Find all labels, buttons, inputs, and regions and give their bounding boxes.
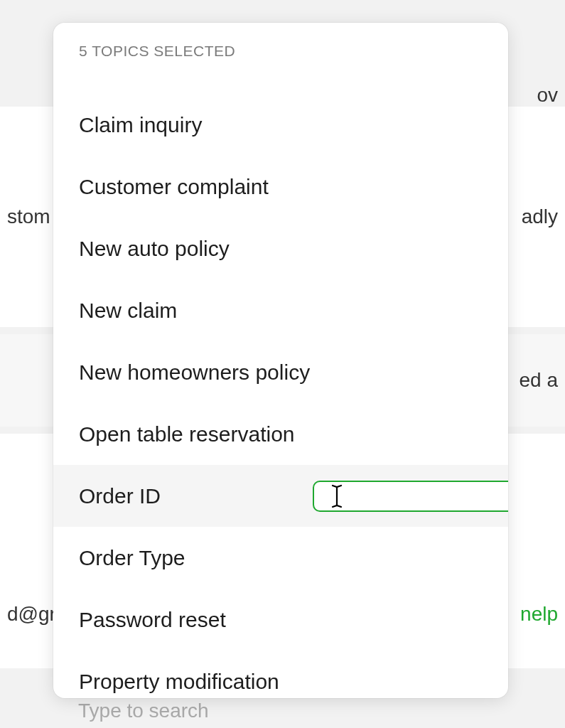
dropdown-item-order-id[interactable]: Order ID [53, 465, 508, 527]
search-placeholder-fragment: Type to search [78, 700, 209, 722]
bg-text-fragment: d@gr [7, 603, 56, 626]
dropdown-item-open-table-reservation[interactable]: Open table reservation [53, 403, 508, 465]
dropdown-item-customer-complaint[interactable]: Customer complaint [53, 156, 508, 218]
dropdown-item-new-auto-policy[interactable]: New auto policy [53, 218, 508, 279]
bg-text-fragment: nelp [520, 603, 558, 626]
dropdown-item-claim-inquiry[interactable]: Claim inquiry [53, 94, 508, 156]
bg-text-fragment: adly [522, 205, 558, 228]
dropdown-item-new-claim[interactable]: New claim [53, 279, 508, 341]
dropdown-item-label: New claim [79, 299, 177, 323]
topics-dropdown: 5 TOPICS SELECTED Claim inquiry Customer… [53, 23, 508, 698]
dropdown-item-label: Customer complaint [79, 175, 269, 199]
dropdown-header: 5 TOPICS SELECTED [53, 23, 508, 65]
dropdown-item-label: New auto policy [79, 237, 230, 261]
dropdown-item-label: Order Type [79, 546, 185, 570]
dropdown-item-order-type[interactable]: Order Type [53, 527, 508, 589]
order-id-input-wrap [313, 481, 508, 512]
dropdown-item-label: Order ID [79, 484, 161, 508]
dropdown-item-label: New homeowners policy [79, 360, 310, 385]
dropdown-item-label: Claim inquiry [79, 113, 202, 137]
order-id-input[interactable] [313, 481, 508, 512]
dropdown-item-label: Password reset [79, 608, 226, 632]
dropdown-item-property-modification[interactable]: Property modification [53, 651, 508, 698]
dropdown-item-label: Open table reservation [79, 422, 295, 446]
bg-fragment-top-right: ov [537, 84, 558, 107]
bg-text-fragment: ed a [520, 369, 559, 392]
bg-text-fragment: stom [7, 205, 50, 228]
dropdown-item-new-homeowners-policy[interactable]: New homeowners policy [53, 341, 508, 403]
dropdown-item-password-reset[interactable]: Password reset [53, 589, 508, 651]
dropdown-item-label: Property modification [79, 670, 279, 694]
dropdown-list: Claim inquiry Customer complaint New aut… [53, 65, 508, 698]
